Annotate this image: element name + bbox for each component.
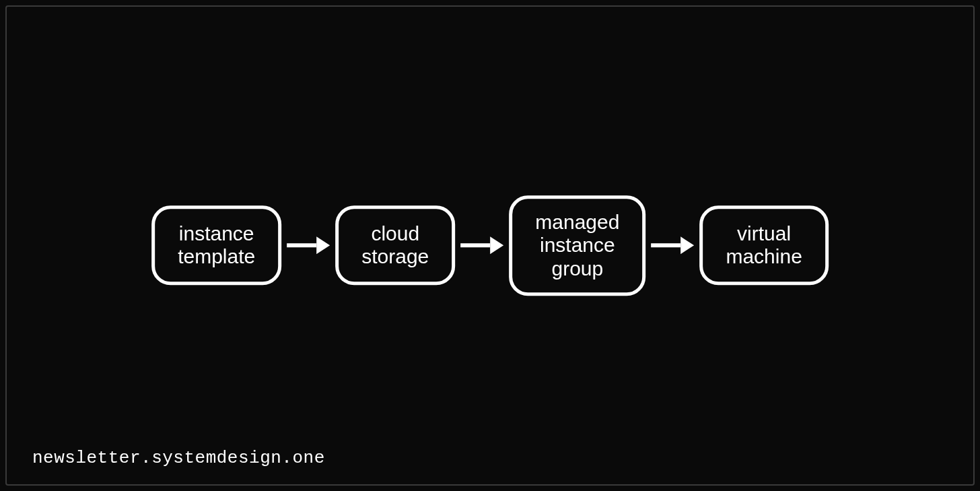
arrow-icon [460,237,503,255]
attribution-text: newsletter.systemdesign.one [32,448,325,468]
node-label: instance template [178,222,255,269]
flow-container: instance template cloud storage managed … [151,195,829,296]
diagram-frame: instance template cloud storage managed … [5,5,975,486]
node-instance-template: instance template [151,206,281,286]
node-label: managed instance group [535,211,619,281]
node-label: cloud storage [361,222,429,269]
arrow-icon [287,237,330,255]
arrow-icon [651,237,694,255]
node-label: virtual machine [726,222,802,269]
node-managed-instance-group: managed instance group [509,195,645,296]
node-cloud-storage: cloud storage [335,206,455,286]
node-virtual-machine: virtual machine [699,206,828,286]
